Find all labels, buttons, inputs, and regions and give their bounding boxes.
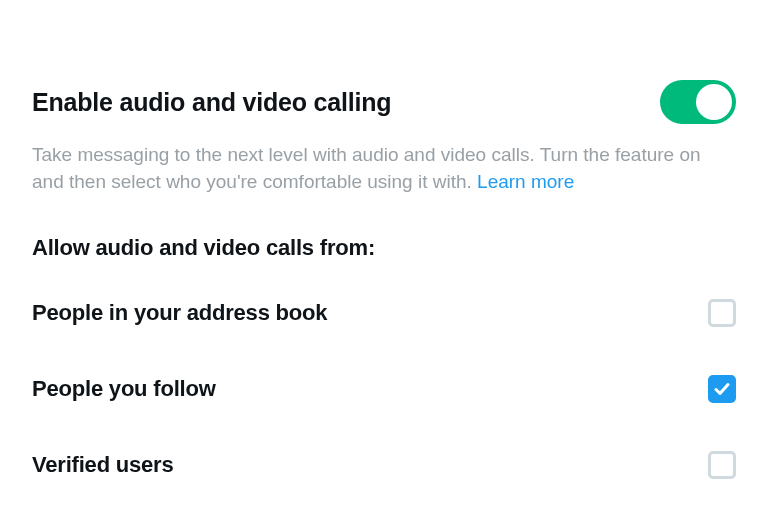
enable-calling-row: Enable audio and video calling bbox=[32, 80, 736, 124]
allow-from-subtitle: Allow audio and video calls from: bbox=[32, 235, 736, 261]
learn-more-link[interactable]: Learn more bbox=[477, 171, 574, 192]
option-address-book-label: People in your address book bbox=[32, 300, 327, 326]
option-people-you-follow-row: People you follow bbox=[32, 375, 736, 403]
option-verified-users-row: Verified users bbox=[32, 451, 736, 479]
option-people-you-follow-checkbox[interactable] bbox=[708, 375, 736, 403]
enable-calling-toggle[interactable] bbox=[660, 80, 736, 124]
option-verified-users-label: Verified users bbox=[32, 452, 174, 478]
option-verified-users-checkbox[interactable] bbox=[708, 451, 736, 479]
option-address-book-row: People in your address book bbox=[32, 299, 736, 327]
description-text: Take messaging to the next level with au… bbox=[32, 144, 701, 192]
option-address-book-checkbox[interactable] bbox=[708, 299, 736, 327]
checkmark-icon bbox=[714, 381, 730, 397]
toggle-knob bbox=[696, 84, 732, 120]
option-people-you-follow-label: People you follow bbox=[32, 376, 216, 402]
enable-calling-title: Enable audio and video calling bbox=[32, 88, 391, 117]
enable-calling-description: Take messaging to the next level with au… bbox=[32, 142, 736, 195]
